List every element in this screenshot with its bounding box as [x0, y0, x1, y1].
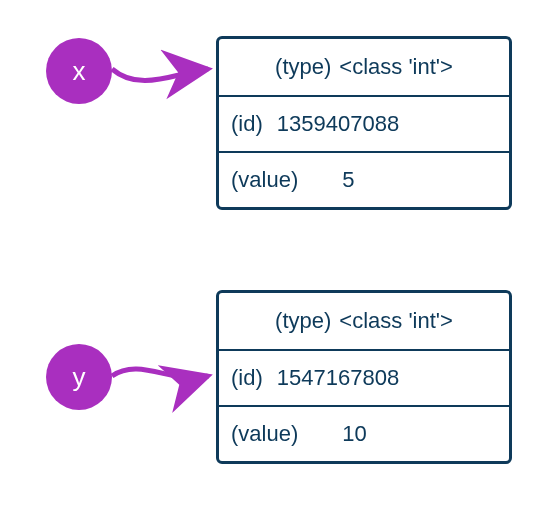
id-label: (id): [219, 111, 277, 137]
type-label: (type): [275, 308, 331, 334]
object-type-row: (type) <class 'int'>: [219, 39, 509, 95]
variable-name: y: [73, 362, 86, 393]
object-box-y: (type) <class 'int'> (id) 1547167808 (va…: [216, 290, 512, 464]
type-value: <class 'int'>: [339, 54, 453, 80]
variable-circle-x: x: [46, 38, 112, 104]
object-box-x: (type) <class 'int'> (id) 1359407088 (va…: [216, 36, 512, 210]
variable-circle-y: y: [46, 344, 112, 410]
object-type-row: (type) <class 'int'>: [219, 293, 509, 349]
id-value: 1359407088: [277, 111, 399, 137]
id-value: 1547167808: [277, 365, 399, 391]
value-label: (value): [219, 421, 312, 447]
variable-name: x: [73, 56, 86, 87]
object-id-row: (id) 1359407088: [219, 95, 509, 151]
object-value-row: (value) 5: [219, 151, 509, 207]
id-label: (id): [219, 365, 277, 391]
arrow-x: [110, 55, 220, 95]
object-value-row: (value) 10: [219, 405, 509, 461]
object-id-row: (id) 1547167808: [219, 349, 509, 405]
value-value: 10: [312, 421, 366, 447]
value-label: (value): [219, 167, 312, 193]
type-value: <class 'int'>: [339, 308, 453, 334]
value-value: 5: [312, 167, 354, 193]
arrow-y: [110, 358, 220, 398]
type-label: (type): [275, 54, 331, 80]
